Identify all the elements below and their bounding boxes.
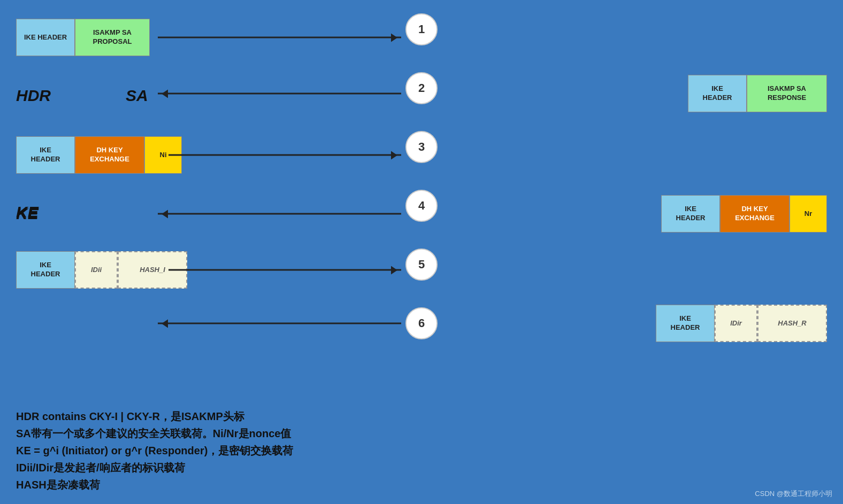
msg1-left-packets: IKE HEADER ISAKMP SAPROPOSAL (16, 19, 150, 56)
msg2-isakmp-sa-response: ISAKMP SARESPONSE (747, 75, 827, 112)
circle-6: 6 (405, 307, 438, 339)
hdr-label: HDR (16, 87, 51, 105)
msg4-nr: Nr (790, 195, 827, 232)
arrow-2-left (158, 93, 401, 95)
msg4-ike-header: IKEHEADER (661, 195, 720, 232)
footer-line-4: IDii/IDir是发起者/响应者的标识载荷 (16, 459, 293, 476)
hdr-sa-labels: HDR SA (16, 87, 148, 105)
footer-line-2: SA带有一个或多个建议的安全关联载荷。Ni/Nr是nonce值 (16, 425, 293, 442)
arrow-5-right (168, 269, 401, 271)
circle-3: 3 (405, 131, 438, 163)
sa-label: SA (126, 87, 148, 105)
circle-1: 1 (405, 13, 438, 45)
ke-label: KE (16, 203, 39, 221)
msg5-ike-header: IKEHEADER (16, 251, 75, 289)
msg1-ike-header: IKE HEADER (16, 19, 75, 56)
circles-column: 1 2 3 4 5 6 (405, 13, 438, 339)
msg6-right-packets: IKEHEADER IDir HASH_R (656, 305, 827, 342)
footer-line-3: KE = g^i (Initiator) or g^r (Responder)，… (16, 442, 293, 459)
circle-5: 5 (405, 249, 438, 281)
msg2-right-packets: IKEHEADER ISAKMP SARESPONSE (688, 75, 827, 112)
arrow-1-right (158, 37, 401, 38)
circle-4: 4 (405, 190, 438, 222)
msg2-ike-header: IKEHEADER (688, 75, 747, 112)
diagram: IKE HEADER ISAKMP SAPROPOSAL HDR SA IKEH… (0, 0, 843, 504)
msg4-dh-key-exchange: DH KEYEXCHANGE (720, 195, 790, 232)
msg6-idir: IDir (715, 305, 757, 342)
msg5-left-packets: IKEHEADER IDii HASH_I (16, 251, 187, 289)
footer-line-1: HDR contains CKY-I | CKY-R，是ISAKMP头标 (16, 408, 293, 425)
msg3-dh-key-exchange: DH KEYEXCHANGE (75, 136, 144, 174)
msg5-idii: IDii (75, 251, 118, 289)
msg6-ike-header: IKEHEADER (656, 305, 715, 342)
msg1-isakmp-sa-proposal: ISAKMP SAPROPOSAL (75, 19, 150, 56)
msg4-right-packets: IKEHEADER DH KEYEXCHANGE Nr (661, 195, 827, 232)
footer-text: HDR contains CKY-I | CKY-R，是ISAKMP头标 SA带… (16, 408, 293, 493)
msg3-left-packets: IKEHEADER DH KEYEXCHANGE Ni (16, 136, 182, 174)
circle-2: 2 (405, 72, 438, 104)
msg3-ike-header: IKEHEADER (16, 136, 75, 174)
footer-line-5: HASH是杂凑载荷 (16, 476, 293, 493)
msg6-hash-r: HASH_R (757, 305, 827, 342)
arrow-3-right (168, 154, 401, 156)
arrow-6-left (158, 323, 401, 324)
arrow-4-left (158, 213, 401, 215)
watermark: CSDN @数通工程师小明 (755, 489, 832, 499)
